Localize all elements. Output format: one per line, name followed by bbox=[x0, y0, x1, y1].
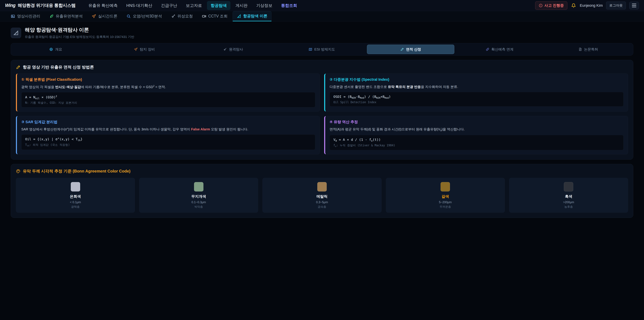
subnav-label: CCTV 조회 bbox=[208, 14, 228, 19]
method-card-description: 광학 영상의 각 픽셀을 반사도·색상·질감에 따라 기름/해수로 분류, 분류… bbox=[21, 84, 315, 90]
thickness-card-silver-gray: 은회색 < 0.1μm 광택층 bbox=[16, 178, 135, 213]
tab-label: 원격탐사 bbox=[229, 47, 243, 52]
nav-item-hns-diffusion[interactable]: HNS·대기확산 bbox=[122, 1, 156, 10]
theory-tab-bar: 개요 탐지 장비 원격탐사 ESI 방제지도 bbox=[11, 43, 633, 56]
thickness-name: 무지개색 bbox=[141, 194, 256, 199]
formula: V0 = A × d / (1 - fe(t)) bbox=[334, 138, 620, 142]
satellite-icon bbox=[171, 14, 176, 19]
subnav-item-satellite-request[interactable]: 위성요청 bbox=[167, 11, 197, 21]
notification-bell-icon[interactable] bbox=[571, 3, 576, 9]
method-card-sar-threshold: ③ SAR 임계값 분리법 SAR 영상에서 후방산란계수(σ°)의 임계값 이… bbox=[16, 116, 320, 154]
logout-button[interactable]: 로그아웃 bbox=[606, 2, 626, 10]
thickness-section-title: 유막 두께 시각적 추정 기준 (Bonn Agreement Color Co… bbox=[16, 168, 628, 174]
method-card-formula-block: A = Noil × (GSD)2 N: 기름 픽셀수, GSD: 지상 표본거… bbox=[21, 92, 315, 108]
plane-icon bbox=[134, 48, 138, 51]
nav-item-spill-prediction[interactable]: 유출유 확산예측 bbox=[85, 1, 122, 10]
thickness-range: 0.1~0.3μm bbox=[141, 200, 256, 204]
nav-item-integrated-search[interactable]: 통합조회 bbox=[278, 1, 301, 10]
hamburger-menu-button[interactable] bbox=[629, 2, 639, 10]
formula-note: fe: 누적 증발비 (Stiver & Mackay 1984) bbox=[334, 143, 620, 148]
nav-item-aerial-search[interactable]: 항공탐색 bbox=[207, 1, 230, 10]
system-title: 해양환경 위기대응 통합시스템 bbox=[18, 3, 76, 9]
thickness-range: >200μm bbox=[511, 200, 626, 204]
subnav-item-aerial-theory[interactable]: 항공탐색 이론 bbox=[232, 11, 272, 21]
page-header: 해양 항공탐색·원격탐사 이론 유출유 원격탐지·항공감시 기법·ESI 방제정… bbox=[11, 27, 633, 39]
thickness-layer: 광택층 bbox=[18, 205, 133, 209]
tab-label: 탐지 장비 bbox=[140, 47, 155, 52]
thickness-estimation-section: 유막 두께 시각적 추정 기준 (Bonn Agreement Color Co… bbox=[11, 164, 633, 218]
app-root: Wing 해양환경 위기대응 통합시스템 유출유 확산예측 HNS·대기확산 긴… bbox=[0, 0, 644, 218]
page-title: 해양 항공탐색·원격탐사 이론 bbox=[25, 27, 134, 33]
globe-icon bbox=[49, 48, 53, 51]
thickness-section-title-text: 유막 두께 시각적 추정 기준 (Bonn Agreement Color Co… bbox=[23, 168, 130, 174]
leaf-icon bbox=[49, 14, 54, 19]
nav-item-reports[interactable]: 보고자료 bbox=[182, 1, 206, 10]
method-cards-grid: ① 픽셀 분류법 (Pixel Classification) 광학 영상의 각… bbox=[16, 74, 628, 154]
thickness-card-metallic: 메탈릭 0.3~5μm 금속층 bbox=[262, 178, 381, 213]
top-navbar: Wing 해양환경 위기대응 통합시스템 유출유 확산예측 HNS·대기확산 긴… bbox=[0, 0, 644, 11]
subnav-label: 영상사진관리 bbox=[17, 14, 40, 19]
search-icon bbox=[126, 14, 131, 19]
thickness-layer: 두꺼운층 bbox=[388, 205, 503, 209]
subnav-item-cctv[interactable]: CCTV 조회 bbox=[198, 11, 232, 21]
thickness-card-brown: 갈색 5~200μm 두꺼운층 bbox=[386, 178, 505, 213]
method-card-description: 다중분광 센서로 촬영된 밴드 조합으로 유막 특유의 분광 반응을 지수화하여… bbox=[330, 84, 624, 89]
method-card-formula-block: OSDI = (BNIR-BRed) / (BNIR+BRed) Oil Spi… bbox=[330, 92, 624, 107]
nav-item-emergency-rescue[interactable]: 긴급구난 bbox=[157, 1, 181, 10]
tab-label: 면적 산정 bbox=[406, 47, 421, 52]
formula: Oil = {(x,y) | σ°(x,y) < Tth} bbox=[25, 137, 312, 142]
page-subtitle: 유출유 원격탐지·항공감시 기법·ESI 방제정보지도·등록특허 10-1567… bbox=[25, 35, 134, 39]
triangle-ruler-icon bbox=[237, 14, 241, 18]
camera-icon bbox=[202, 14, 206, 19]
tab-label: 개요 bbox=[55, 47, 62, 52]
nav-item-weather[interactable]: 기상정보 bbox=[252, 1, 276, 10]
theory-page-icon bbox=[11, 28, 21, 38]
formula-note: Tth: 최적 임계값 (국소 적응형) bbox=[25, 143, 312, 147]
method-card-description: SAR 영상에서 후방산란계수(σ°)의 임계값 이하를 유막으로 판정합니다.… bbox=[21, 127, 315, 132]
main-content: 해양 항공탐색·원격탐사 이론 유출유 원격탐지·항공감시 기법·ESI 방제정… bbox=[0, 27, 644, 218]
incident-status-label: 사고 진행중 bbox=[544, 3, 564, 8]
tab-diffusion-link[interactable]: 확산예측 연계 bbox=[456, 45, 543, 54]
area-methods-section: 항공 영상 기반 유출유 면적 산정 방법론 ① 픽셀 분류법 (Pixel C… bbox=[11, 60, 633, 160]
image-icon bbox=[11, 14, 15, 19]
color-swatch bbox=[71, 182, 80, 191]
brand: Wing 해양환경 위기대응 통합시스템 bbox=[5, 3, 76, 9]
tab-detection-equipment[interactable]: 탐지 장비 bbox=[101, 45, 188, 54]
thickness-name: 은회색 bbox=[18, 194, 133, 199]
thickness-cards-row: 은회색 < 0.1μm 광택층 무지개색 0.1~0.3μm 박막층 메탈릭 0… bbox=[16, 178, 628, 213]
map-icon bbox=[308, 48, 312, 51]
thickness-layer: 농후층 bbox=[511, 205, 626, 209]
tab-label: 확산예측 연계 bbox=[492, 47, 514, 52]
method-card-title: ① 픽셀 분류법 (Pixel Classification) bbox=[21, 77, 315, 82]
user-name: Eunjeong Kim bbox=[580, 3, 603, 8]
subnav-item-realtime-drone[interactable]: 실시간드론 bbox=[88, 11, 122, 21]
drone-icon bbox=[92, 14, 96, 19]
area-methods-title: 항공 영상 기반 유출유 면적 산정 방법론 bbox=[16, 65, 628, 70]
subnav-item-image-management[interactable]: 영상사진관리 bbox=[7, 11, 44, 21]
thickness-range: 5~200μm bbox=[388, 200, 503, 204]
navbar-right: 사고 진행중 Eunjeong Kim 로그아웃 bbox=[535, 1, 639, 10]
tab-esi-map[interactable]: ESI 방제지도 bbox=[278, 45, 366, 54]
page-header-text: 해양 항공탐색·원격탐사 이론 유출유 원격탐지·항공감시 기법·ESI 방제정… bbox=[25, 27, 134, 39]
color-swatch bbox=[194, 182, 204, 191]
subnav-item-oil-area-analysis[interactable]: 유출유면적분석 bbox=[45, 11, 87, 21]
formula-note: Oil Spill Detection Index bbox=[334, 101, 620, 104]
incident-status-badge[interactable]: 사고 진행중 bbox=[535, 1, 567, 10]
tab-area-calculation[interactable]: 면적 산정 bbox=[367, 45, 454, 54]
color-swatch bbox=[440, 182, 450, 191]
subnav-label: 오염/선박3D분석 bbox=[133, 14, 162, 19]
method-card-description: 면적(A)과 평균 유막 두께(d) 및 풍화 경과 시간(t)으로부터 원래 … bbox=[330, 127, 624, 132]
tab-label: ESI 방제지도 bbox=[314, 47, 335, 52]
tab-papers-patents[interactable]: 논문특허 bbox=[545, 45, 632, 54]
nav-item-board[interactable]: 게시판 bbox=[232, 1, 251, 10]
method-card-spectral-index: ② 다중분광 지수법 (Spectral Index) 다중분광 센서로 촬영된… bbox=[324, 74, 628, 112]
pencil-icon bbox=[16, 65, 20, 70]
tab-overview[interactable]: 개요 bbox=[12, 45, 99, 54]
tab-remote-sensing[interactable]: 원격탐사 bbox=[190, 45, 277, 54]
method-card-pixel-classification: ① 픽셀 분류법 (Pixel Classification) 광학 영상의 각… bbox=[16, 74, 320, 112]
thickness-card-black: 흑색 >200μm 농후층 bbox=[509, 178, 628, 213]
thickness-range: < 0.1μm bbox=[18, 200, 133, 204]
thickness-name: 메탈릭 bbox=[264, 194, 380, 199]
formula: OSDI = (BNIR-BRed) / (BNIR+BRed) bbox=[334, 95, 620, 99]
subnav-item-pollution-3d-analysis[interactable]: 오염/선박3D분석 bbox=[122, 11, 166, 21]
